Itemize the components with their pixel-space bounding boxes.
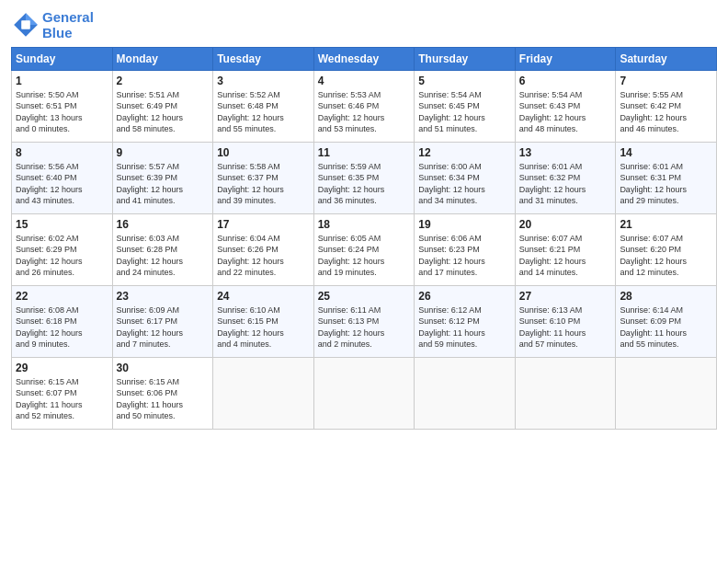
day-info: Sunrise: 5:57 AM Sunset: 6:39 PM Dayligh… <box>117 161 210 207</box>
day-number: 28 <box>620 290 712 303</box>
calendar-cell: 19Sunrise: 6:06 AM Sunset: 6:23 PM Dayli… <box>415 213 516 285</box>
calendar-week-5: 29Sunrise: 6:15 AM Sunset: 6:07 PM Dayli… <box>12 357 717 429</box>
day-info: Sunrise: 5:55 AM Sunset: 6:42 PM Dayligh… <box>620 89 712 135</box>
day-info: Sunrise: 6:15 AM Sunset: 6:06 PM Dayligh… <box>117 376 210 422</box>
calendar-cell: 29Sunrise: 6:15 AM Sunset: 6:07 PM Dayli… <box>12 357 113 429</box>
day-number: 30 <box>117 362 210 374</box>
day-info: Sunrise: 6:10 AM Sunset: 6:15 PM Dayligh… <box>217 304 310 350</box>
day-info: Sunrise: 6:11 AM Sunset: 6:13 PM Dayligh… <box>318 304 411 350</box>
day-number: 17 <box>217 218 310 231</box>
calendar-cell: 18Sunrise: 6:05 AM Sunset: 6:24 PM Dayli… <box>313 213 415 285</box>
day-info: Sunrise: 5:58 AM Sunset: 6:37 PM Dayligh… <box>217 161 310 207</box>
day-number: 19 <box>418 218 511 231</box>
day-number: 3 <box>217 75 310 87</box>
calendar-week-4: 22Sunrise: 6:08 AM Sunset: 6:18 PM Dayli… <box>12 285 717 357</box>
calendar-cell: 23Sunrise: 6:09 AM Sunset: 6:17 PM Dayli… <box>112 285 213 357</box>
logo: General Blue <box>11 9 94 41</box>
calendar-cell <box>415 357 516 429</box>
day-info: Sunrise: 5:59 AM Sunset: 6:35 PM Dayligh… <box>318 161 411 207</box>
calendar-cell: 15Sunrise: 6:02 AM Sunset: 6:29 PM Dayli… <box>12 213 113 285</box>
calendar-cell: 14Sunrise: 6:01 AM Sunset: 6:31 PM Dayli… <box>616 142 717 213</box>
day-number: 15 <box>16 218 108 231</box>
day-info: Sunrise: 5:53 AM Sunset: 6:46 PM Dayligh… <box>318 89 411 135</box>
day-number: 27 <box>519 290 612 303</box>
day-info: Sunrise: 6:00 AM Sunset: 6:34 PM Dayligh… <box>418 161 511 207</box>
day-number: 13 <box>519 146 612 159</box>
day-number: 16 <box>117 218 210 231</box>
day-info: Sunrise: 6:07 AM Sunset: 6:21 PM Dayligh… <box>519 233 612 279</box>
calendar-cell: 24Sunrise: 6:10 AM Sunset: 6:15 PM Dayli… <box>213 285 314 357</box>
calendar-cell: 27Sunrise: 6:13 AM Sunset: 6:10 PM Dayli… <box>515 285 616 357</box>
calendar-cell <box>213 357 314 429</box>
calendar-header: SundayMondayTuesdayWednesdayThursdayFrid… <box>12 47 717 70</box>
day-number: 11 <box>318 146 411 159</box>
day-info: Sunrise: 6:06 AM Sunset: 6:23 PM Dayligh… <box>418 233 511 279</box>
weekday-header-row: SundayMondayTuesdayWednesdayThursdayFrid… <box>12 47 717 70</box>
weekday-header-saturday: Saturday <box>616 47 717 70</box>
calendar-cell: 25Sunrise: 6:11 AM Sunset: 6:13 PM Dayli… <box>313 285 415 357</box>
calendar-body: 1Sunrise: 5:50 AM Sunset: 6:51 PM Daylig… <box>12 70 717 429</box>
day-number: 2 <box>117 75 210 87</box>
weekday-header-thursday: Thursday <box>415 47 516 70</box>
calendar-cell: 5Sunrise: 5:54 AM Sunset: 6:45 PM Daylig… <box>415 70 516 142</box>
calendar-cell: 30Sunrise: 6:15 AM Sunset: 6:06 PM Dayli… <box>112 357 213 429</box>
calendar-cell: 20Sunrise: 6:07 AM Sunset: 6:21 PM Dayli… <box>515 213 616 285</box>
day-number: 10 <box>217 146 310 159</box>
logo-text: General Blue <box>42 9 94 41</box>
calendar-cell: 16Sunrise: 6:03 AM Sunset: 6:28 PM Dayli… <box>112 213 213 285</box>
weekday-header-wednesday: Wednesday <box>313 47 415 70</box>
day-info: Sunrise: 5:56 AM Sunset: 6:40 PM Dayligh… <box>16 161 108 207</box>
calendar-cell: 11Sunrise: 5:59 AM Sunset: 6:35 PM Dayli… <box>313 142 415 213</box>
day-info: Sunrise: 5:50 AM Sunset: 6:51 PM Dayligh… <box>16 89 108 135</box>
day-number: 22 <box>16 290 108 303</box>
calendar-cell <box>616 357 717 429</box>
page-container: General Blue SundayMondayTuesdayWednesda… <box>0 0 728 439</box>
day-info: Sunrise: 6:04 AM Sunset: 6:26 PM Dayligh… <box>217 233 310 279</box>
day-info: Sunrise: 5:52 AM Sunset: 6:48 PM Dayligh… <box>217 89 310 135</box>
calendar-cell: 12Sunrise: 6:00 AM Sunset: 6:34 PM Dayli… <box>415 142 516 213</box>
day-number: 8 <box>16 146 108 159</box>
day-number: 14 <box>620 146 712 159</box>
day-number: 12 <box>418 146 511 159</box>
calendar-cell <box>313 357 415 429</box>
day-info: Sunrise: 6:03 AM Sunset: 6:28 PM Dayligh… <box>117 233 210 279</box>
calendar-cell: 8Sunrise: 5:56 AM Sunset: 6:40 PM Daylig… <box>12 142 113 213</box>
weekday-header-tuesday: Tuesday <box>213 47 314 70</box>
day-number: 7 <box>620 75 712 87</box>
day-info: Sunrise: 5:51 AM Sunset: 6:49 PM Dayligh… <box>117 89 210 135</box>
day-info: Sunrise: 6:01 AM Sunset: 6:32 PM Dayligh… <box>519 161 612 207</box>
day-info: Sunrise: 6:15 AM Sunset: 6:07 PM Dayligh… <box>16 376 108 422</box>
day-number: 24 <box>217 290 310 303</box>
day-info: Sunrise: 5:54 AM Sunset: 6:45 PM Dayligh… <box>418 89 511 135</box>
calendar-cell: 2Sunrise: 5:51 AM Sunset: 6:49 PM Daylig… <box>112 70 213 142</box>
calendar-cell <box>515 357 616 429</box>
header: General Blue <box>11 9 717 41</box>
calendar-week-1: 1Sunrise: 5:50 AM Sunset: 6:51 PM Daylig… <box>12 70 717 142</box>
day-number: 25 <box>318 290 411 303</box>
day-info: Sunrise: 6:02 AM Sunset: 6:29 PM Dayligh… <box>16 233 108 279</box>
calendar-cell: 1Sunrise: 5:50 AM Sunset: 6:51 PM Daylig… <box>12 70 113 142</box>
day-number: 29 <box>16 362 108 374</box>
calendar-cell: 13Sunrise: 6:01 AM Sunset: 6:32 PM Dayli… <box>515 142 616 213</box>
day-number: 20 <box>519 218 612 231</box>
weekday-header-sunday: Sunday <box>12 47 113 70</box>
calendar-cell: 3Sunrise: 5:52 AM Sunset: 6:48 PM Daylig… <box>213 70 314 142</box>
day-info: Sunrise: 6:12 AM Sunset: 6:12 PM Dayligh… <box>418 304 511 350</box>
calendar-table: SundayMondayTuesdayWednesdayThursdayFrid… <box>11 47 717 430</box>
day-info: Sunrise: 6:01 AM Sunset: 6:31 PM Dayligh… <box>620 161 712 207</box>
day-number: 1 <box>16 75 108 87</box>
day-info: Sunrise: 6:07 AM Sunset: 6:20 PM Dayligh… <box>620 233 712 279</box>
calendar-cell: 28Sunrise: 6:14 AM Sunset: 6:09 PM Dayli… <box>616 285 717 357</box>
svg-rect-2 <box>21 20 30 29</box>
calendar-week-3: 15Sunrise: 6:02 AM Sunset: 6:29 PM Dayli… <box>12 213 717 285</box>
calendar-cell: 10Sunrise: 5:58 AM Sunset: 6:37 PM Dayli… <box>213 142 314 213</box>
calendar-cell: 22Sunrise: 6:08 AM Sunset: 6:18 PM Dayli… <box>12 285 113 357</box>
calendar-cell: 17Sunrise: 6:04 AM Sunset: 6:26 PM Dayli… <box>213 213 314 285</box>
day-info: Sunrise: 6:05 AM Sunset: 6:24 PM Dayligh… <box>318 233 411 279</box>
logo-icon <box>11 10 40 40</box>
calendar-cell: 21Sunrise: 6:07 AM Sunset: 6:20 PM Dayli… <box>616 213 717 285</box>
day-number: 26 <box>418 290 511 303</box>
calendar-cell: 26Sunrise: 6:12 AM Sunset: 6:12 PM Dayli… <box>415 285 516 357</box>
calendar-cell: 9Sunrise: 5:57 AM Sunset: 6:39 PM Daylig… <box>112 142 213 213</box>
weekday-header-monday: Monday <box>112 47 213 70</box>
